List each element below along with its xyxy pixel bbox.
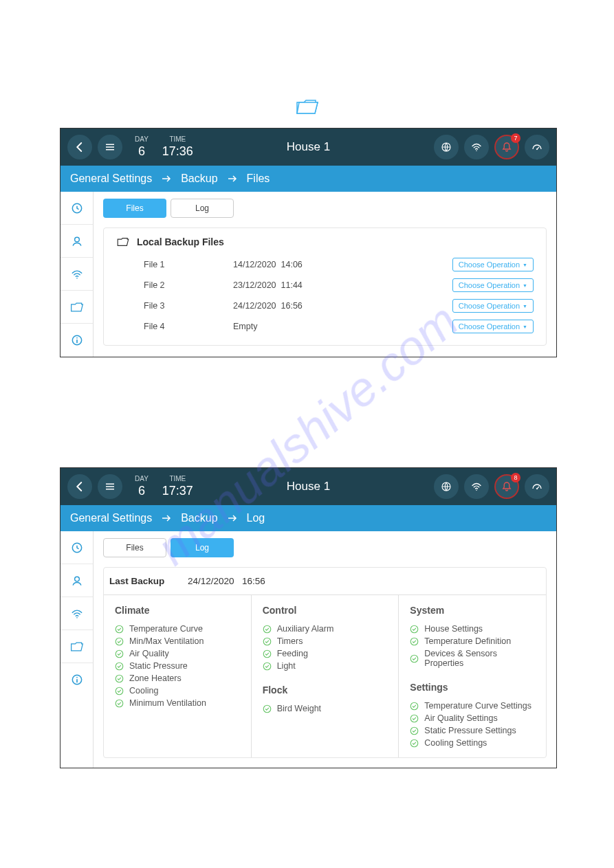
choose-operation-dropdown[interactable]: Choose Operation — [452, 278, 534, 292]
crumb-2[interactable]: Backup — [181, 512, 217, 524]
side-wifi-icon[interactable] — [61, 597, 93, 630]
log-item: Min/Max Ventilation — [115, 636, 240, 646]
log-item: Feeding — [263, 649, 388, 658]
col-title-system: System — [410, 605, 535, 616]
arrow-icon — [228, 514, 237, 522]
arrow-icon — [162, 514, 171, 522]
time-label: TIME — [162, 135, 193, 143]
svg-point-24 — [116, 625, 123, 633]
side-user-icon[interactable] — [61, 564, 93, 597]
time-label: TIME — [162, 475, 193, 482]
tab-log[interactable]: Log — [171, 199, 234, 218]
day-value: 6 — [135, 484, 149, 498]
svg-point-27 — [116, 663, 123, 670]
log-item: Minimum Ventilation — [115, 698, 240, 708]
menu-button[interactable] — [98, 474, 122, 499]
log-item: Cooling — [115, 686, 240, 695]
svg-point-33 — [263, 650, 271, 658]
gauge-button[interactable] — [525, 474, 549, 499]
crumb-3: Files — [247, 173, 270, 185]
crumb-1[interactable]: General Settings — [70, 173, 152, 185]
log-item: Static Pressure — [115, 661, 240, 671]
log-item: Air Quality Settings — [410, 713, 535, 723]
crumb-1[interactable]: General Settings — [70, 512, 152, 524]
menu-button[interactable] — [98, 135, 122, 159]
svg-rect-14 — [106, 489, 114, 490]
last-backup: Last Backup 24/12/2020 16:56 — [104, 568, 546, 586]
day-label: DAY — [135, 135, 149, 143]
file-row: File 4 Empty Choose Operation — [116, 316, 534, 337]
log-item: Temperature Curve — [115, 624, 240, 634]
app-header: DAY6 TIME17:37 House 1 8 — [61, 468, 556, 505]
arrow-icon — [228, 175, 237, 183]
svg-rect-13 — [106, 486, 114, 487]
side-folder-icon[interactable] — [61, 291, 93, 324]
wifi-button[interactable] — [464, 135, 489, 159]
globe-button[interactable] — [434, 135, 459, 159]
svg-rect-0 — [106, 144, 114, 146]
file-row: File 1 14/12/2020 14:06 Choose Operation — [116, 254, 534, 275]
svg-rect-2 — [106, 149, 114, 151]
choose-operation-dropdown[interactable]: Choose Operation — [452, 320, 534, 333]
svg-point-16 — [476, 490, 477, 491]
col-climate: Climate Temperature CurveMin/Max Ventila… — [104, 595, 251, 757]
svg-rect-12 — [106, 484, 114, 485]
day-label: DAY — [135, 475, 149, 482]
side-info-icon[interactable] — [61, 324, 93, 357]
tab-files[interactable]: Files — [103, 538, 166, 557]
side-clock-icon[interactable] — [61, 531, 93, 564]
choose-operation-dropdown[interactable]: Choose Operation — [452, 299, 534, 313]
file-name: File 1 — [116, 260, 233, 269]
side-wifi-icon[interactable] — [61, 258, 93, 291]
log-item: Light — [263, 661, 388, 671]
tab-log[interactable]: Log — [171, 538, 234, 557]
log-item: Auxiliary Alarm — [263, 624, 388, 634]
svg-point-30 — [116, 700, 123, 707]
files-panel: Local Backup Files File 1 14/12/2020 14:… — [103, 227, 547, 346]
choose-operation-dropdown[interactable]: Choose Operation — [452, 258, 534, 271]
log-item: Temperature Curve Settings — [410, 701, 535, 711]
page-title: House 1 — [287, 140, 330, 154]
col-system: System House SettingsTemperature Definit… — [398, 595, 546, 757]
app-header: DAY6 TIME17:36 House 1 7 — [61, 129, 556, 166]
log-item: Air Quality — [115, 649, 240, 658]
svg-point-37 — [411, 638, 419, 645]
bell-button[interactable]: 8 — [494, 474, 519, 499]
back-button[interactable] — [67, 135, 92, 159]
log-item: Temperature Definition — [410, 636, 535, 646]
folder-icon-top — [60, 100, 554, 118]
svg-point-20 — [76, 617, 78, 619]
svg-rect-1 — [106, 146, 114, 148]
bell-button[interactable]: 7 — [494, 135, 519, 159]
file-row: File 3 24/12/2020 16:56 Choose Operation — [116, 296, 534, 316]
svg-point-4 — [476, 151, 477, 152]
back-button[interactable] — [67, 474, 92, 499]
gauge-button[interactable] — [525, 135, 549, 159]
side-folder-icon[interactable] — [61, 630, 93, 663]
bell-badge: 8 — [511, 473, 520, 482]
svg-point-7 — [74, 237, 79, 242]
folder-icon — [116, 237, 130, 247]
screen-files: DAY6 TIME17:36 House 1 7 General Setting… — [60, 128, 557, 357]
globe-button[interactable] — [434, 474, 459, 499]
svg-point-10 — [76, 337, 78, 339]
col-title-climate: Climate — [115, 605, 240, 616]
svg-point-40 — [411, 715, 419, 722]
svg-rect-11 — [76, 340, 78, 343]
side-user-icon[interactable] — [61, 225, 93, 258]
day-value: 6 — [135, 144, 149, 159]
file-name: File 2 — [116, 280, 233, 290]
crumb-2[interactable]: Backup — [181, 173, 217, 185]
tab-files[interactable]: Files — [103, 199, 166, 218]
side-clock-icon[interactable] — [61, 192, 93, 225]
log-item: House Settings — [410, 624, 535, 634]
svg-point-32 — [263, 638, 271, 645]
col-title-settings: Settings — [410, 682, 535, 693]
side-nav — [61, 192, 94, 357]
log-item: Devices & Sensors Properties — [410, 649, 535, 668]
page-title: House 1 — [287, 480, 330, 493]
wifi-button[interactable] — [464, 474, 489, 499]
svg-point-19 — [74, 577, 79, 581]
side-info-icon[interactable] — [61, 663, 93, 696]
svg-point-38 — [411, 655, 419, 663]
